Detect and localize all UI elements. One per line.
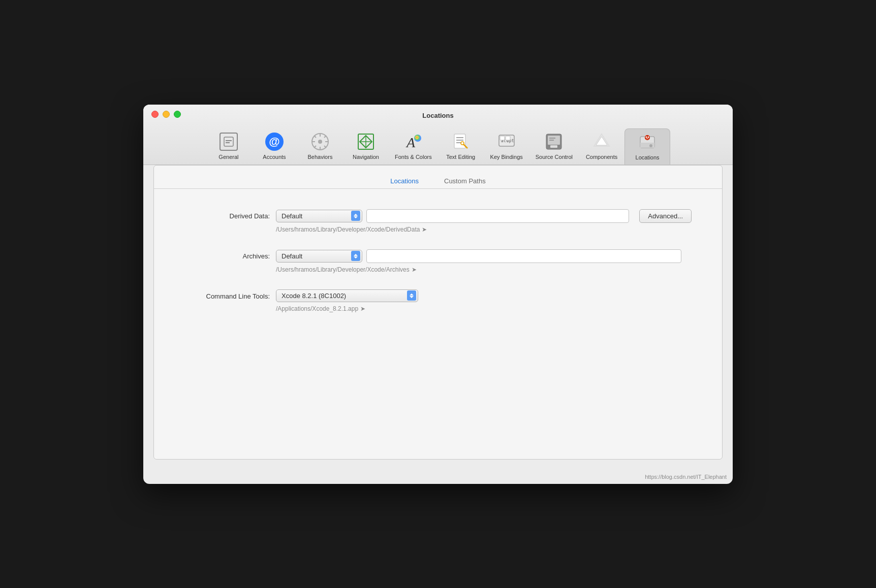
command-line-tools-row: Command Line Tools: Xcode 8.2.1 (8C1002)…: [184, 289, 692, 312]
toolbar-label-behaviors: Behaviors: [307, 154, 332, 160]
window-title: Locations: [151, 112, 725, 119]
general-icon: [218, 132, 239, 152]
text-editing-icon: [451, 132, 471, 152]
derived-data-controls: Default Relative to Workspace Custom Adv…: [276, 209, 692, 233]
command-line-tools-path: /Applications/Xcode_8.2.1.app ➤: [276, 305, 692, 312]
components-icon: [591, 132, 612, 152]
archives-select[interactable]: Default Relative to Workspace Custom: [276, 250, 362, 263]
main-window: Locations General @: [143, 105, 733, 484]
command-line-tools-select[interactable]: Xcode 8.2.1 (8C1002) None: [276, 289, 418, 302]
command-line-tools-label: Command Line Tools:: [184, 289, 276, 300]
svg-point-41: [645, 135, 650, 140]
archives-path-arrow: ➤: [412, 266, 417, 273]
behaviors-icon: [310, 132, 330, 152]
toolbar-item-locations[interactable]: Locations: [624, 128, 670, 165]
derived-data-select[interactable]: Default Relative to Workspace Custom: [276, 210, 362, 222]
toolbar-label-source-control: Source Control: [536, 154, 573, 160]
svg-line-9: [314, 136, 316, 138]
locations-panel: Derived Data: Default Relative to Worksp…: [154, 189, 722, 349]
svg-point-42: [646, 136, 647, 138]
fonts-colors-icon: A: [403, 132, 423, 152]
archives-path-input[interactable]: [366, 249, 681, 263]
derived-data-input-row: Default Relative to Workspace Custom Adv…: [276, 209, 692, 223]
svg-rect-2: [226, 142, 230, 143]
svg-point-4: [318, 140, 322, 144]
source-control-icon: [544, 132, 564, 152]
svg-point-43: [648, 136, 649, 138]
archives-path: /Users/hramos/Library/Developer/Xcode/Ar…: [276, 266, 692, 273]
toolbar-item-accounts[interactable]: @ Accounts: [252, 128, 297, 165]
toolbar-item-behaviors[interactable]: Behaviors: [297, 128, 343, 165]
svg-rect-29: [506, 136, 510, 140]
derived-data-select-wrapper: Default Relative to Workspace Custom: [276, 210, 362, 222]
svg-rect-28: [500, 136, 505, 140]
toolbar-item-text-editing[interactable]: Text Editing: [438, 128, 484, 165]
archives-row: Archives: Default Relative to Workspace …: [184, 249, 692, 273]
toolbar: General @ Accounts: [151, 124, 725, 165]
toolbar-label-components: Components: [586, 154, 617, 160]
navigation-icon: [356, 132, 376, 152]
content-area: Locations Custom Paths Derived Data: Def…: [153, 165, 723, 460]
command-line-tools-controls: Xcode 8.2.1 (8C1002) None /Applications/…: [276, 289, 692, 312]
toolbar-label-accounts: Accounts: [263, 154, 286, 160]
toolbar-item-components[interactable]: Components: [579, 128, 624, 165]
titlebar: Locations General @: [143, 105, 733, 165]
toolbar-item-general[interactable]: General: [206, 128, 252, 165]
svg-line-11: [324, 136, 326, 138]
toolbar-item-navigation[interactable]: Navigation: [343, 128, 389, 165]
derived-data-label: Derived Data:: [184, 209, 276, 220]
accounts-icon: @: [264, 132, 285, 152]
close-button[interactable]: [151, 111, 159, 118]
toolbar-item-key-bindings[interactable]: alt opt Key Bindings: [484, 128, 529, 165]
key-bindings-icon: alt opt: [496, 132, 517, 152]
footer-url: https://blog.csdn.net/IT_Elephant: [143, 470, 733, 484]
derived-data-path: /Users/hramos/Library/Developer/Xcode/De…: [276, 226, 692, 233]
command-line-tools-path-arrow: ➤: [360, 305, 365, 312]
archives-select-wrapper: Default Relative to Workspace Custom: [276, 250, 362, 263]
svg-rect-34: [550, 145, 557, 148]
svg-text:A: A: [405, 135, 416, 150]
svg-rect-0: [224, 137, 233, 146]
derived-data-path-arrow: ➤: [422, 226, 427, 233]
archives-controls: Default Relative to Workspace Custom /Us…: [276, 249, 692, 273]
sub-tabs: Locations Custom Paths: [154, 166, 722, 189]
toolbar-item-source-control[interactable]: Source Control: [529, 128, 579, 165]
derived-data-row: Derived Data: Default Relative to Worksp…: [184, 209, 692, 233]
svg-point-40: [649, 144, 652, 147]
svg-rect-1: [226, 140, 232, 141]
maximize-button[interactable]: [174, 111, 181, 118]
toolbar-label-navigation: Navigation: [353, 154, 379, 160]
svg-rect-19: [454, 134, 465, 148]
command-line-tools-select-wrapper: Xcode 8.2.1 (8C1002) None: [276, 289, 418, 302]
toolbar-label-key-bindings: Key Bindings: [490, 154, 523, 160]
toolbar-label-text-editing: Text Editing: [446, 154, 475, 160]
toolbar-label-locations: Locations: [636, 154, 660, 160]
locations-icon: [637, 132, 658, 152]
tab-locations[interactable]: Locations: [378, 174, 431, 188]
toolbar-item-fonts-colors[interactable]: A Fonts & Colors: [389, 128, 438, 165]
advanced-button[interactable]: Advanced...: [639, 209, 692, 223]
svg-point-18: [414, 135, 421, 142]
minimize-button[interactable]: [163, 111, 170, 118]
command-line-tools-input-row: Xcode 8.2.1 (8C1002) None: [276, 289, 692, 302]
svg-line-12: [314, 146, 316, 148]
derived-data-path-input[interactable]: [366, 209, 629, 223]
toolbar-label-fonts-colors: Fonts & Colors: [395, 154, 432, 160]
tab-custom-paths[interactable]: Custom Paths: [431, 174, 498, 188]
archives-label: Archives:: [184, 249, 276, 260]
toolbar-label-general: General: [218, 154, 238, 160]
svg-line-10: [324, 146, 326, 148]
archives-input-row: Default Relative to Workspace Custom: [276, 249, 692, 263]
